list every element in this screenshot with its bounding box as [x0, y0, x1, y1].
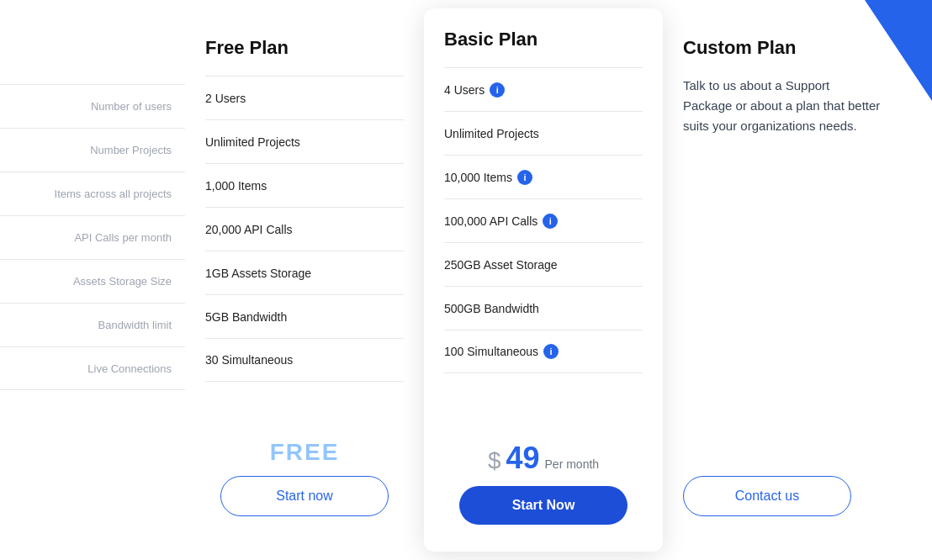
custom-plan-description: Talk to us about a Support Package or ab…	[683, 76, 882, 136]
custom-plan-footer: Contact us	[683, 476, 882, 516]
basic-cta-button[interactable]: Start Now	[459, 486, 628, 525]
free-row-connections: 30 Simultaneous	[205, 338, 404, 382]
label-projects: Number Projects	[0, 128, 185, 172]
label-storage: Assets Storage Size	[0, 259, 185, 303]
basic-connections-value: 100 Simultaneous	[444, 345, 538, 358]
free-row-bandwidth: 5GB Bandwidth	[205, 294, 404, 338]
free-connections-value: 30 Simultaneous	[205, 353, 293, 367]
feature-labels-column: Number of users Number Projects Items ac…	[0, 17, 185, 543]
free-items-value: 1,000 Items	[205, 179, 267, 193]
free-bandwidth-value: 5GB Bandwidth	[205, 310, 287, 324]
page-wrapper: Number of users Number Projects Items ac…	[0, 0, 932, 560]
basic-projects-value: Unlimited Projects	[444, 127, 539, 140]
free-api-value: 20,000 API Calls	[205, 223, 293, 236]
info-icon-users[interactable]: i	[490, 82, 505, 98]
free-price-label: FREE	[270, 439, 340, 466]
free-users-value: 2 Users	[205, 92, 246, 105]
corner-decoration	[865, 0, 932, 101]
label-bandwidth: Bandwidth limit	[0, 303, 185, 346]
basic-plan-rows: 4 Users i Unlimited Projects 10,000 Item…	[444, 67, 643, 420]
free-plan-title: Free Plan	[205, 37, 404, 59]
basic-items-value: 10,000 Items	[444, 171, 512, 184]
free-plan-footer: FREE Start now	[205, 439, 404, 516]
basic-row-bandwidth: 500GB Bandwidth	[444, 286, 643, 330]
basic-row-items: 10,000 Items i	[444, 155, 643, 198]
basic-api-value: 100,000 API Calls	[444, 214, 537, 228]
custom-cta-button[interactable]: Contact us	[683, 476, 851, 516]
free-plan-rows: 2 Users Unlimited Projects 1,000 Items 2…	[205, 76, 404, 419]
info-icon-items[interactable]: i	[517, 170, 532, 185]
basic-plan-title: Basic Plan	[444, 29, 643, 50]
basic-row-users: 4 Users i	[444, 67, 643, 111]
info-icon-api[interactable]: i	[543, 214, 558, 229]
basic-price-amount: 49	[506, 441, 539, 476]
label-items: Items across all projects	[0, 172, 185, 215]
basic-storage-value: 250GB Asset Storage	[444, 258, 558, 272]
free-plan-column: Free Plan 2 Users Unlimited Projects 1,0…	[185, 17, 424, 543]
basic-price-period: Per month	[545, 457, 600, 471]
free-storage-value: 1GB Assets Storage	[205, 267, 311, 280]
free-row-users: 2 Users	[205, 76, 404, 119]
basic-row-connections: 100 Simultaneous i	[444, 330, 643, 373]
free-row-items: 1,000 Items	[205, 163, 404, 207]
free-row-projects: Unlimited Projects	[205, 119, 404, 163]
basic-price-row: $ 49 Per month	[488, 441, 599, 476]
free-projects-value: Unlimited Projects	[205, 135, 300, 149]
free-cta-button[interactable]: Start now	[220, 476, 389, 516]
free-row-api: 20,000 API Calls	[205, 207, 404, 251]
basic-row-storage: 250GB Asset Storage	[444, 242, 643, 286]
basic-plan-column: Basic Plan 4 Users i Unlimited Projects …	[424, 8, 663, 552]
free-row-storage: 1GB Assets Storage	[205, 251, 404, 294]
basic-plan-footer: $ 49 Per month Start Now	[444, 441, 643, 525]
basic-bandwidth-value: 500GB Bandwidth	[444, 302, 539, 315]
custom-plan-title: Custom Plan	[683, 37, 882, 59]
basic-price-dollar: $	[488, 447, 501, 474]
plans-area: Free Plan 2 Users Unlimited Projects 1,0…	[185, 17, 932, 543]
basic-row-api: 100,000 API Calls i	[444, 198, 643, 242]
info-icon-connections[interactable]: i	[543, 344, 559, 359]
label-users: Number of users	[0, 84, 185, 128]
label-connections: Live Connections	[0, 346, 185, 390]
basic-row-projects: Unlimited Projects	[444, 111, 643, 155]
label-api-calls: API Calls per month	[0, 215, 185, 259]
basic-users-value: 4 Users	[444, 83, 485, 97]
